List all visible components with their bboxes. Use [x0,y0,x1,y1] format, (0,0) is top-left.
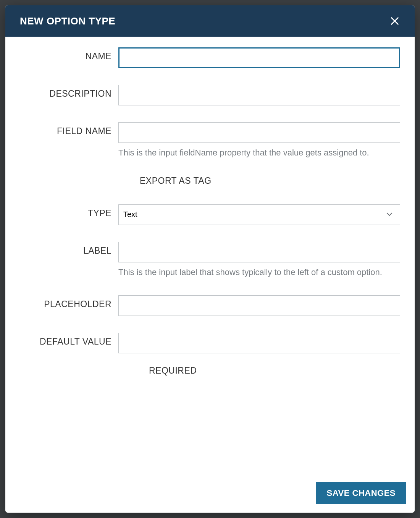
modal-body: NAME DESCRIPTION FIELD NAME This is the … [5,37,415,402]
input-col: This is the input label that shows typic… [118,242,400,278]
row-type: TYPE Text [20,204,400,225]
label-col: DESCRIPTION [20,85,118,99]
type-select-value: Text [118,204,400,225]
row-field-name: FIELD NAME This is the input fieldName p… [20,122,400,159]
label-col: PLACEHOLDER [20,295,118,309]
input-col [118,295,400,316]
type-select[interactable]: Text [118,204,400,225]
label-col: NAME [20,47,118,62]
label-field-label: LABEL [83,246,111,256]
label-input[interactable] [118,242,400,262]
input-col [118,333,400,353]
row-export-as-tag: EXPORT AS TAG [20,176,400,186]
placeholder-label: PLACEHOLDER [44,299,111,309]
description-input[interactable] [118,85,400,105]
name-label: NAME [86,51,111,61]
close-button[interactable] [387,13,402,29]
row-name: NAME [20,47,400,68]
name-input[interactable] [118,47,400,68]
label-col: FIELD NAME [20,122,118,136]
row-label: LABEL This is the input label that shows… [20,242,400,278]
row-description: DESCRIPTION [20,85,400,105]
close-icon [389,16,400,26]
field-name-input[interactable] [118,122,400,143]
label-col: LABEL [20,242,118,256]
label-col: DEFAULT VALUE [20,333,118,347]
required-label: REQUIRED [149,366,197,376]
row-placeholder: PLACEHOLDER [20,295,400,316]
label-help: This is the input label that shows typic… [118,266,400,278]
label-col: TYPE [20,204,118,219]
row-default-value: DEFAULT VALUE [20,333,400,353]
input-col [118,47,400,68]
default-value-label: DEFAULT VALUE [40,337,111,346]
field-name-label: FIELD NAME [57,126,111,136]
modal-header: NEW OPTION TYPE [5,5,415,37]
export-as-tag-label: EXPORT AS TAG [140,176,212,186]
input-col [118,85,400,105]
input-col: This is the input fieldName property tha… [118,122,400,159]
modal-footer: SAVE CHANGES [5,482,415,513]
row-required: REQUIRED [20,366,400,376]
description-label: DESCRIPTION [49,89,111,99]
field-name-help: This is the input fieldName property tha… [118,147,400,159]
modal-dialog: NEW OPTION TYPE NAME DESCRIPTION [5,5,415,513]
type-label: TYPE [88,208,111,218]
input-col: Text [118,204,400,225]
save-button[interactable]: SAVE CHANGES [316,482,406,504]
modal-title: NEW OPTION TYPE [20,15,115,27]
default-value-input[interactable] [118,333,400,353]
placeholder-input[interactable] [118,295,400,316]
